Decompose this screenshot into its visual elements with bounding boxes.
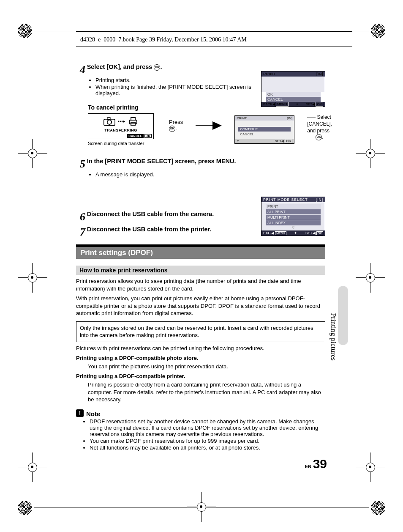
step-number: 4 <box>76 63 85 76</box>
step-bullet: A message is displayed. <box>95 171 325 178</box>
procedure-title: Printing using a DPOF-compatible printer… <box>76 373 325 380</box>
procedure-body: You can print the pictures using the pri… <box>88 363 325 370</box>
lcd-transferring: ▪▪▪▸ TRANSFERRING CANCEL OK <box>88 113 154 139</box>
crop-mark-icon <box>371 501 385 515</box>
note-item: You can make DPOF print reservations for… <box>90 438 325 444</box>
step-title: In the [PRINT MODE SELECT] screen, press <box>87 158 216 165</box>
printer-icon <box>128 116 138 126</box>
ok-func-button-icon: OK <box>169 126 175 132</box>
lcd-storage-indicator: [IN] <box>287 116 292 120</box>
note-item: DPOF reservations set by another device … <box>90 418 325 437</box>
register-target-icon <box>26 147 39 160</box>
crop-mark-icon <box>18 24 32 38</box>
note-item: Not all functions may be available on al… <box>90 444 325 451</box>
paragraph: Print reservation allows you to save pri… <box>76 277 325 292</box>
boxed-note: Only the images stored on the card can b… <box>76 321 325 342</box>
cancel-printing-row: ▪▪▪▸ TRANSFERRING CANCEL OK Screen durin… <box>88 113 325 146</box>
camera-icon <box>103 117 115 126</box>
lcd-title: PRINT <box>237 116 247 120</box>
page-number: EN 39 <box>305 457 327 471</box>
running-header: d4328_e_0000_7.book Page 39 Friday, Dece… <box>80 36 247 43</box>
register-target-icon <box>195 501 208 513</box>
press-label: Press <box>169 119 183 125</box>
note-label: Note <box>86 410 100 417</box>
section-side-label: Printing pictures <box>329 313 338 361</box>
step-title: Disconnect the USB cable from the camera… <box>87 211 214 217</box>
arrow-right-icon <box>212 121 222 130</box>
step-bullet: When printing is finished, the [PRINT MO… <box>95 84 262 96</box>
step-6: 6 Disconnect the USB cable from the came… <box>76 211 325 223</box>
menu-button-label: MENU <box>216 158 234 165</box>
register-target-icon <box>26 461 39 474</box>
register-target-icon <box>26 271 39 284</box>
content-column: 4 Select [OK], and press OK. Printing st… <box>76 63 325 451</box>
transferring-label: TRANSFERRING <box>88 128 153 132</box>
step-5: 5 In the [PRINT MODE SELECT] screen, pre… <box>76 158 325 178</box>
svg-point-1 <box>107 120 112 125</box>
lcd-option-continue: CONTINUE <box>238 127 291 132</box>
lcd-continue-cancel: PRINT[IN] CONTINUE CANCEL ✦ SET◀ OK <box>234 115 294 144</box>
manual-page: d4328_e_0000_7.book Page 39 Friday, Dece… <box>0 0 403 532</box>
step-title-tail: . <box>234 158 236 165</box>
step-title: Disconnect the USB cable from the printe… <box>87 226 212 233</box>
note-icon: ! <box>76 409 84 417</box>
ok-func-button-icon: OK <box>316 134 322 140</box>
lcd-nav-icon: ✦ <box>237 139 240 143</box>
paragraph: With print reservation, you can print ou… <box>76 295 325 317</box>
section-title: Print settings (DPOF) <box>76 247 325 259</box>
svg-rect-4 <box>131 118 135 120</box>
transfer-caption: Screen during data transfer <box>88 141 154 146</box>
step-bullet: Printing starts. <box>95 77 262 83</box>
leader-line <box>307 118 316 118</box>
step-title-tail: . <box>160 63 162 70</box>
procedure-title: Printing using a DPOF-compatible photo s… <box>76 354 325 362</box>
cancel-mini-label: CANCEL <box>127 134 143 138</box>
register-target-icon <box>364 271 377 284</box>
thumb-tab <box>338 286 348 345</box>
header-rule <box>76 47 352 47</box>
crop-mark-icon <box>18 501 32 515</box>
paragraph: Pictures with print reservations can be … <box>76 345 325 352</box>
note-block: !Note DPOF reservations set by another d… <box>76 409 325 451</box>
step-4: 4 Select [OK], and press OK. Printing st… <box>76 63 325 96</box>
step-number: 6 <box>76 211 85 223</box>
lcd-option-cancel: CANCEL <box>238 132 291 137</box>
header-rule <box>76 31 352 32</box>
page-num: 39 <box>313 457 327 471</box>
cancel-instruction-tail: . <box>322 134 323 140</box>
step-title: Select [OK], and press <box>87 63 154 70</box>
lcd-ok-label: OK <box>285 139 292 143</box>
page-lang: EN <box>305 464 311 469</box>
step-7: 7 Disconnect the USB cable from the prin… <box>76 226 325 239</box>
subheading-cancel: To cancel printing <box>88 104 325 111</box>
register-target-icon <box>364 461 377 474</box>
register-target-icon <box>364 147 377 160</box>
svg-rect-2 <box>107 118 110 119</box>
step-number: 7 <box>76 226 85 239</box>
ok-func-button-icon: OK <box>154 64 160 71</box>
lcd-set-label: SET <box>275 139 281 143</box>
arrow-dots-icon: ▪▪▪▸ <box>118 117 125 126</box>
subsection-title: How to make print reservations <box>76 266 325 275</box>
ok-mini-label: OK <box>144 134 152 138</box>
section-heading: Print settings (DPOF) <box>76 244 325 259</box>
procedure-body: Printing is possible directly from a car… <box>88 381 325 403</box>
crop-mark-icon <box>371 24 385 38</box>
step-number: 5 <box>76 158 85 170</box>
